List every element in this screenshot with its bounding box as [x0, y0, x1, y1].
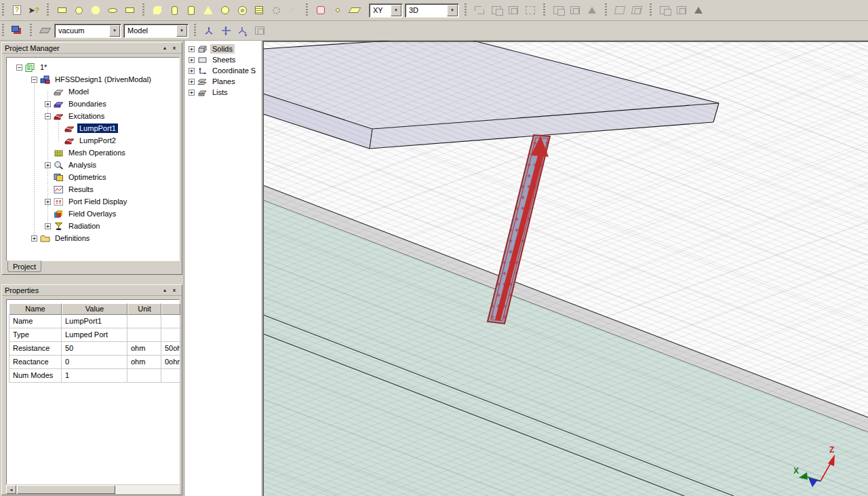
tree-item-design[interactable]: − HFSSDesign1 (DrivenModal) [7, 73, 179, 85]
model-tree-item-sheets[interactable]: + Sheets [184, 54, 262, 65]
collapse-panel-icon[interactable]: ▴ [160, 286, 170, 294]
draw-regular-polygon-button[interactable] [88, 3, 103, 18]
column-header-value[interactable]: Value [62, 303, 127, 315]
tree-expand-toggle[interactable]: + [45, 101, 51, 107]
property-unit[interactable]: ohm [127, 356, 161, 369]
draw-torus-button[interactable] [235, 3, 250, 18]
model-tree-item-coordinate-systems[interactable]: + Coordinate S [184, 65, 262, 76]
tree-expand-toggle[interactable]: + [189, 57, 195, 63]
tree-expand-toggle[interactable]: + [45, 223, 51, 229]
column-header-unit[interactable]: Unit [127, 303, 161, 315]
display-attributes-button[interactable] [9, 23, 24, 38]
toolbar-grip[interactable] [543, 3, 545, 17]
draw-point-button[interactable] [330, 3, 345, 18]
view-mode-select[interactable]: 3D ▼ [405, 3, 459, 18]
drawing-plane-select[interactable]: XY ▼ [369, 3, 403, 18]
draw-rectangle-button[interactable] [54, 3, 69, 18]
horizontal-scrollbar[interactable]: ◄ [6, 485, 180, 494]
tree-expand-toggle[interactable]: + [189, 46, 195, 52]
tree-item-lumpport2[interactable]: LumpPort2 [7, 134, 179, 147]
toolbar-grip[interactable] [650, 3, 652, 17]
toolbar-grip[interactable] [142, 3, 144, 17]
property-unit[interactable]: ohm [127, 342, 161, 356]
chevron-down-icon[interactable]: ▼ [109, 25, 120, 37]
tree-item-excitations[interactable]: − Excitations [7, 110, 179, 122]
tree-expand-toggle[interactable]: + [31, 235, 37, 242]
toolbar-grip[interactable] [465, 3, 467, 17]
draw-cylinder-button[interactable] [167, 3, 182, 18]
unite-button[interactable] [472, 3, 487, 18]
select-object-button[interactable] [37, 23, 52, 38]
tree-expand-toggle[interactable]: + [189, 90, 195, 96]
move-into-button[interactable] [657, 3, 672, 18]
tree-item-definitions[interactable]: + Definitions [7, 232, 179, 244]
toolbar-grip[interactable] [605, 3, 607, 17]
toolbar-grip[interactable] [47, 3, 49, 17]
tab-project[interactable]: Project [7, 261, 41, 272]
duplicate-around-axis-button[interactable] [568, 3, 583, 18]
section-button[interactable] [612, 3, 627, 18]
close-panel-icon[interactable]: x [170, 286, 179, 294]
model-tree-item-solids[interactable]: + Solids [184, 43, 262, 54]
chevron-down-icon[interactable]: ▼ [391, 5, 401, 16]
close-panel-icon[interactable]: x [170, 44, 179, 52]
draw-ellipse-button[interactable] [105, 3, 120, 18]
toolbar-grip[interactable] [194, 24, 196, 37]
toolbar-grip[interactable] [306, 3, 308, 17]
property-value[interactable]: LumpPort1 [62, 315, 127, 328]
mirror-duplicate-button[interactable] [585, 3, 599, 18]
draw-circle-button[interactable] [71, 3, 86, 18]
toolbar-grip[interactable] [2, 24, 4, 37]
tree-item-port-field-display[interactable]: + Port Field Display [7, 195, 179, 208]
draw-polyline-button[interactable] [285, 3, 300, 18]
draw-regular-polyhedron-button[interactable] [184, 3, 199, 18]
intersect-button[interactable] [506, 3, 521, 18]
chevron-down-icon[interactable]: ▼ [176, 25, 187, 37]
draw-spiral-button[interactable] [269, 3, 283, 18]
collapse-panel-icon[interactable]: ▴ [160, 44, 170, 52]
non-model-object-button[interactable] [313, 3, 328, 18]
draw-helix-button[interactable] [252, 3, 267, 18]
draw-equation-curve-button[interactable] [122, 3, 137, 18]
tree-collapse-toggle[interactable]: − [31, 77, 37, 83]
context-help-button[interactable]: ➤? [26, 3, 41, 18]
3d-viewport[interactable]: Z X [263, 41, 868, 496]
tree-expand-toggle[interactable]: + [45, 199, 51, 205]
model-tree-item-planes[interactable]: + Planes [184, 76, 262, 87]
tree-item-lumpport1[interactable]: LumpPort1 [7, 122, 179, 134]
scroll-left-icon[interactable]: ◄ [6, 485, 16, 494]
tree-item-results[interactable]: Results [7, 183, 179, 195]
tree-item-analysis[interactable]: + Analysis [7, 159, 179, 171]
draw-sphere-button[interactable] [218, 3, 233, 18]
grid-plane-button[interactable] [252, 23, 267, 38]
help-contents-button[interactable]: ? [9, 3, 24, 18]
flip-mirror-button[interactable] [691, 3, 706, 18]
tree-expand-toggle[interactable]: + [45, 162, 51, 168]
draw-box-button[interactable] [150, 3, 165, 18]
property-value[interactable]: 1 [62, 369, 127, 383]
property-value[interactable]: 50 [62, 342, 127, 356]
toolbar-grip[interactable] [2, 3, 4, 17]
scrollbar-thumb[interactable] [17, 485, 115, 494]
split-button[interactable] [523, 3, 538, 18]
tree-item-boundaries[interactable]: + Boundaries [7, 98, 179, 110]
selection-mode-select[interactable]: Model ▼ [123, 24, 189, 38]
tree-item-radiation[interactable]: + Radiation [7, 220, 179, 232]
material-select[interactable]: vacuum ▼ [54, 24, 121, 38]
tree-item-field-overlays[interactable]: Field Overlays [7, 208, 179, 220]
property-unit[interactable] [127, 328, 161, 342]
project-manager-titlebar[interactable]: Project Manager ▴ x [2, 43, 182, 54]
property-value[interactable]: 0 [62, 356, 127, 369]
toolbar-grip[interactable] [30, 24, 32, 37]
draw-cone-button[interactable] [201, 3, 216, 18]
subtract-button[interactable] [489, 3, 504, 18]
model-tree-item-lists[interactable]: + Lists [184, 87, 262, 98]
tree-item-model[interactable]: Model [7, 85, 179, 98]
create-relative-cs-button[interactable] [201, 23, 216, 38]
chevron-down-icon[interactable]: ▼ [447, 5, 458, 16]
connect-button[interactable] [629, 3, 644, 18]
column-header-name[interactable]: Name [9, 303, 62, 315]
property-unit[interactable] [127, 315, 161, 328]
property-unit[interactable] [127, 369, 161, 383]
tree-item-mesh-operations[interactable]: Mesh Operations [7, 147, 179, 159]
